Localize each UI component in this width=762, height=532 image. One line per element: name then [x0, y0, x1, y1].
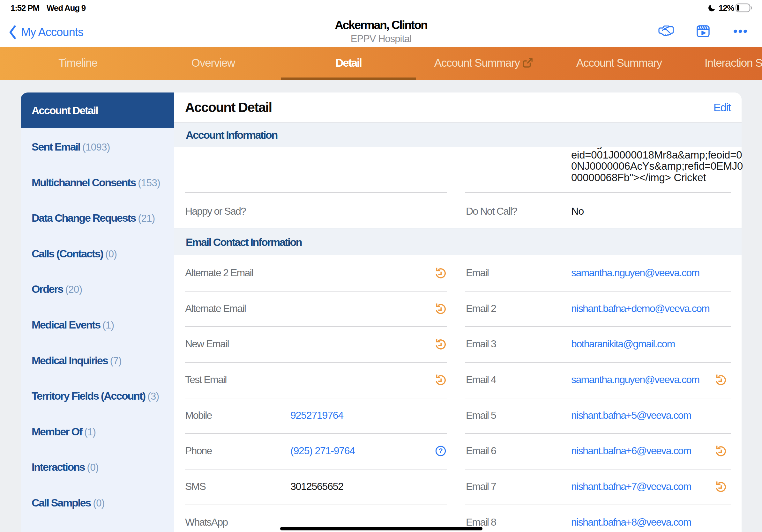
- svg-text:?: ?: [438, 447, 443, 455]
